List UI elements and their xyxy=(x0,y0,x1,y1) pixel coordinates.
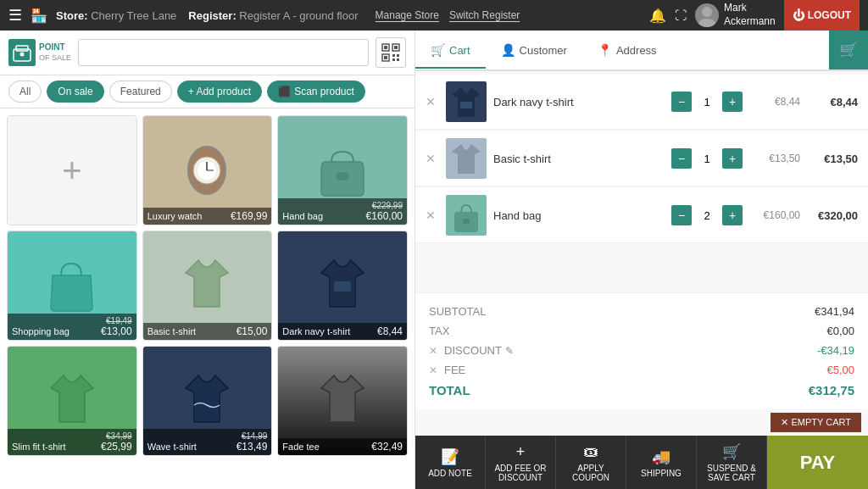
add-product-button[interactable]: + Add product xyxy=(177,81,262,103)
add-icon: + xyxy=(8,116,136,225)
svg-rect-23 xyxy=(463,219,470,224)
qty-value: 1 xyxy=(695,96,719,108)
total-price: €320,00 xyxy=(807,209,858,222)
product-grid: + Luxury watch €169,99 xyxy=(0,108,415,489)
cart-item-image xyxy=(446,138,487,179)
discount-value: -€34,19 xyxy=(817,344,854,357)
total-price: €13,50 xyxy=(807,153,858,165)
suspend-icon: 🛒 xyxy=(722,442,741,461)
avatar xyxy=(695,3,719,27)
store-label: Store: Cherry Tree Lane xyxy=(56,9,176,22)
product-card-info: Slim fit t-shirt €34,99 €25,99 xyxy=(8,429,136,455)
remove-discount-icon[interactable]: ✕ xyxy=(429,345,437,357)
store-icon: 🏪 xyxy=(31,8,47,24)
notification-bell-icon[interactable]: 🔔 xyxy=(649,8,666,24)
svg-point-4 xyxy=(20,53,25,57)
tab-cart[interactable]: 🛒 Cart xyxy=(415,33,486,69)
svg-point-0 xyxy=(702,7,712,17)
product-card-info: Luxury watch €169,99 xyxy=(143,208,272,225)
right-panel: 🛒 Cart 👤 Customer 📍 Address 🛒 ✕ xyxy=(415,31,868,489)
apply-coupon-button[interactable]: 🎟 APPLY COUPON xyxy=(556,436,626,489)
username: Mark Ackermann xyxy=(724,2,776,28)
list-item[interactable]: Wave t-shirt €14,99 €13,49 xyxy=(142,346,273,456)
logout-button[interactable]: ⏻ LOGOUT xyxy=(784,0,860,31)
list-item[interactable]: Dark navy t-shirt €8,44 xyxy=(277,231,408,341)
filter-bar: All On sale Featured + Add product ⬛ Sca… xyxy=(0,75,415,108)
manage-store-link[interactable]: Manage Store xyxy=(376,9,439,22)
empty-cart-row: ✕ EMPTY CART xyxy=(415,409,868,436)
main-layout: POINT OF SALE All On sale Featured + Add… xyxy=(0,31,868,489)
qr-button[interactable] xyxy=(376,37,406,68)
filter-featured-button[interactable]: Featured xyxy=(109,81,172,103)
expand-icon[interactable]: ⛶ xyxy=(675,8,687,22)
fee-row: ✕ FEE €5,00 xyxy=(429,360,854,380)
barcode-icon: ⬛ xyxy=(278,86,291,97)
add-product-card[interactable]: + xyxy=(7,115,137,225)
list-item[interactable]: Fade tee €32,49 xyxy=(277,346,408,456)
remove-item-button[interactable]: ✕ xyxy=(426,208,439,222)
remove-item-button[interactable]: ✕ xyxy=(426,152,439,165)
list-item[interactable]: Hand bag €229,99 €160,00 xyxy=(277,115,408,225)
pay-button[interactable]: PAY xyxy=(767,436,868,489)
fee-row-left: ✕ FEE xyxy=(429,364,465,376)
shipping-icon: 🚚 xyxy=(652,447,670,466)
svg-rect-11 xyxy=(392,54,395,57)
filter-all-button[interactable]: All xyxy=(8,81,42,103)
menu-icon[interactable]: ☰ xyxy=(8,6,22,25)
total-value: €312,75 xyxy=(809,383,854,397)
increase-qty-button[interactable]: + xyxy=(722,92,743,112)
edit-discount-icon[interactable]: ✎ xyxy=(505,345,514,357)
filter-on-sale-button[interactable]: On sale xyxy=(47,81,103,103)
remove-fee-icon[interactable]: ✕ xyxy=(429,364,437,376)
decrease-qty-button[interactable]: − xyxy=(671,148,692,169)
increase-qty-button[interactable]: + xyxy=(722,148,743,169)
discount-label: DISCOUNT xyxy=(444,344,502,357)
store-name: Cherry Tree Lane xyxy=(91,9,176,22)
shipping-button[interactable]: 🚚 SHIPPING xyxy=(626,436,697,489)
add-fee-discount-button[interactable]: + ADD FEE OR DISCOUNT xyxy=(486,436,556,489)
decrease-qty-button[interactable]: − xyxy=(671,92,692,112)
suspend-save-button[interactable]: 🛒 SUSPEND & SAVE CART xyxy=(697,436,767,489)
svg-rect-21 xyxy=(334,281,351,292)
checkout-icon: 🛒 xyxy=(839,41,858,59)
customer-icon: 👤 xyxy=(501,43,515,57)
coupon-icon: 🎟 xyxy=(583,443,598,461)
subtotal-value: €341,94 xyxy=(815,305,854,318)
tab-address[interactable]: 📍 Address xyxy=(582,33,672,69)
cart-icon: 🛒 xyxy=(431,43,445,57)
add-note-button[interactable]: 📝 ADD NOTE xyxy=(415,436,486,489)
note-icon: 📝 xyxy=(441,447,459,466)
discount-row: ✕ DISCOUNT ✎ -€34,19 xyxy=(429,341,854,360)
qty-controls: − 1 + xyxy=(671,148,743,169)
fee-discount-icon: + xyxy=(516,443,526,461)
product-card-info: Wave t-shirt €14,99 €13,49 xyxy=(143,429,272,455)
tab-customer[interactable]: 👤 Customer xyxy=(486,33,582,69)
list-item[interactable]: Basic t-shirt €15,00 xyxy=(142,231,273,341)
svg-rect-12 xyxy=(397,54,399,57)
subtotal-row: SUBTOTAL €341,94 xyxy=(429,302,854,321)
table-row: ✕ Basic t-shirt − 1 + €13,50 €13,50 xyxy=(415,131,868,186)
svg-point-1 xyxy=(698,19,715,27)
decrease-qty-button[interactable]: − xyxy=(671,205,692,225)
unit-price: €8,44 xyxy=(749,96,800,108)
list-item[interactable]: Shopping bag €19,49 €13,00 xyxy=(7,231,137,341)
list-item[interactable]: Slim fit t-shirt €34,99 €25,99 xyxy=(7,346,137,456)
search-input[interactable] xyxy=(78,39,369,66)
checkout-button[interactable]: 🛒 xyxy=(829,31,868,69)
svg-rect-14 xyxy=(397,58,399,61)
top-bar-links: Manage Store Switch Register xyxy=(376,9,520,22)
scan-product-button[interactable]: ⬛ Scan product xyxy=(267,81,365,103)
qty-controls: − 1 + xyxy=(671,92,743,112)
list-item[interactable]: Luxury watch €169,99 xyxy=(142,115,273,225)
cart-item-image xyxy=(446,195,487,236)
fee-value: €5,00 xyxy=(826,364,854,376)
user-info: Mark Ackermann xyxy=(695,2,776,28)
increase-qty-button[interactable]: + xyxy=(722,205,743,225)
table-row: ✕ Dark navy t-shirt − 1 + €8,44 €8,44 xyxy=(415,75,868,130)
switch-register-link[interactable]: Switch Register xyxy=(449,9,520,22)
remove-item-button[interactable]: ✕ xyxy=(426,95,439,108)
subtotal-label: SUBTOTAL xyxy=(429,305,486,318)
qty-value: 2 xyxy=(695,209,719,222)
total-label: TOTAL xyxy=(429,383,470,397)
empty-cart-button[interactable]: ✕ EMPTY CART xyxy=(771,413,861,432)
